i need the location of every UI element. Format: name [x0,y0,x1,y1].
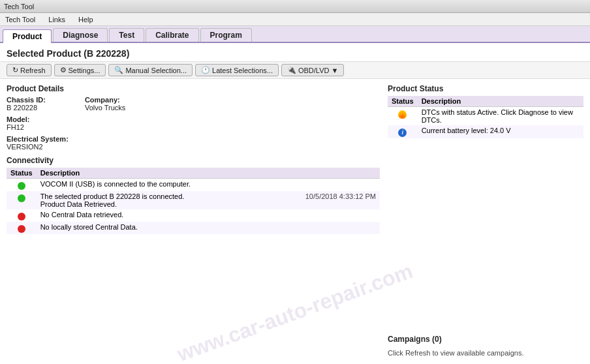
content-area: Product Details Chassis ID B 220228 Comp… [0,79,590,364]
menu-links[interactable]: Links [46,15,68,24]
conn-desc-2: No Central Data retrieved. [37,209,380,222]
toolbar: ↻ Refresh ⚙ Settings... 🔍 Manual Selecti… [0,61,590,79]
tab-bar: Product Diagnose Test Calibrate Program [0,26,590,43]
conn-dot-2 [18,213,25,220]
search-icon: 🔍 [114,66,123,74]
menu-help[interactable]: Help [76,15,96,24]
campaigns-title: Campaigns (0) [388,335,583,344]
conn-desc-1: The selected product B 220228 is connect… [37,191,380,209]
conn-col-desc: Description [37,168,380,179]
obd-icon: 🔌 [287,66,296,74]
refresh-icon: ↻ [12,66,18,74]
connectivity-section: Connectivity Status Description VOCOM II… [7,156,380,359]
settings-icon: ⚙ [60,66,67,74]
tab-program[interactable]: Program [200,28,252,42]
ps-col-desc: Description [418,96,583,107]
model-col: Model FH12 [7,115,380,131]
clock-icon: 🕐 [201,66,210,74]
left-panel: Product Details Chassis ID B 220228 Comp… [7,84,380,359]
product-details-section: Product Details Chassis ID B 220228 Comp… [7,84,380,151]
flame-icon [398,110,407,119]
tab-diagnose[interactable]: Diagnose [53,28,108,42]
electrical-value: VERSION2 [7,143,380,151]
info-icon: i [398,129,407,137]
connectivity-table: Status Description VOCOM II (USB) is con… [7,168,380,234]
conn-dot-1 [18,194,25,202]
campaigns-text: Click Refresh to view available campaign… [388,346,583,359]
ps-row-1: iCurrent battery level: 24.0 V [388,125,583,138]
conn-dot-3 [18,225,25,233]
company-label: Company [85,96,125,104]
title-bar-label: Tech Tool [4,3,34,10]
detail-chassis-row: Chassis ID B 220228 Company Volvo Trucks [7,96,380,112]
conn-dot-0 [18,182,25,190]
conn-row-2: No Central Data retrieved. [7,209,380,222]
tab-product[interactable]: Product [3,29,52,43]
product-details-title: Product Details [7,84,380,93]
ps-desc-0: DTCs with status Active. Click Diagnose … [418,107,583,126]
product-status-table: Status Description DTCs with status Acti… [388,96,583,138]
conn-row-1: The selected product B 220228 is connect… [7,191,380,209]
chassis-col: Chassis ID B 220228 [7,96,46,112]
campaigns-section: Campaigns (0) Click Refresh to view avai… [388,335,583,359]
electrical-label: Electrical System [7,135,380,143]
product-status-title: Product Status [388,84,583,93]
conn-time-1: 10/5/2018 4:33:12 PM [305,192,376,200]
electrical-col: Electrical System VERSION2 [7,135,380,151]
conn-status-1 [7,191,37,209]
page-title: Selected Product (B 220228) [0,43,590,61]
ps-col-status: Status [388,96,418,107]
model-value: FH12 [7,123,380,131]
right-panel: Product Status Status Description DTCs w… [388,84,583,359]
connectivity-title: Connectivity [7,156,380,165]
chassis-id-value: B 220228 [7,104,46,112]
conn-row-3: No locally stored Central Data. [7,222,380,234]
conn-status-2 [7,209,37,222]
conn-status-0 [7,179,37,192]
tab-calibrate[interactable]: Calibrate [146,28,198,42]
chassis-id-label: Chassis ID [7,96,46,104]
company-value: Volvo Trucks [85,104,125,112]
settings-button[interactable]: ⚙ Settings... [54,64,106,76]
obd-lvd-button[interactable]: 🔌 OBD/LVD ▼ [281,64,344,76]
conn-desc-0: VOCOM II (USB) is connected to the compu… [37,179,380,192]
conn-status-3 [7,222,37,234]
title-bar: Tech Tool [0,0,590,13]
product-details: Chassis ID B 220228 Company Volvo Trucks… [7,96,380,151]
ps-status-1: i [388,125,418,138]
company-col: Company Volvo Trucks [85,96,125,112]
conn-desc-wrapper-1: The selected product B 220228 is connect… [40,192,376,208]
conn-col-status: Status [7,168,37,179]
menu-bar: Tech Tool Links Help [0,13,590,26]
latest-selections-button[interactable]: 🕐 Latest Selections... [195,64,279,76]
manual-selection-button[interactable]: 🔍 Manual Selection... [108,64,193,76]
model-label: Model [7,115,380,123]
menu-techtool[interactable]: Tech Tool [3,15,38,24]
ps-row-0: DTCs with status Active. Click Diagnose … [388,107,583,126]
product-status-section: Product Status Status Description DTCs w… [388,84,583,329]
conn-desc-3: No locally stored Central Data. [37,222,380,234]
conn-row-0: VOCOM II (USB) is connected to the compu… [7,179,380,192]
tab-test[interactable]: Test [109,28,144,42]
ps-desc-1: Current battery level: 24.0 V [418,125,583,138]
ps-status-0 [388,107,418,126]
refresh-button[interactable]: ↻ Refresh [7,64,52,76]
